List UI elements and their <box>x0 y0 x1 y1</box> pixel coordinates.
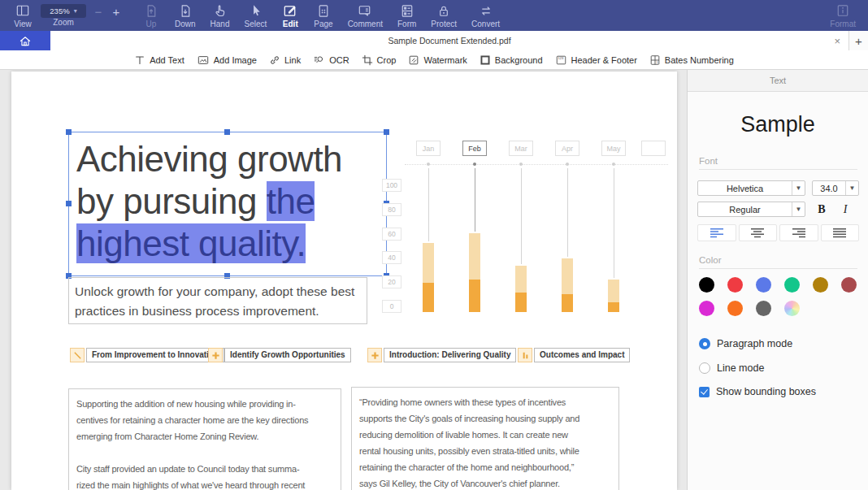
align-justify-button[interactable] <box>821 224 860 241</box>
color-swatch-gray[interactable] <box>756 301 771 316</box>
crop-button[interactable]: Crop <box>362 54 397 66</box>
chart-bar-segment <box>423 243 434 283</box>
header-footer-label: Header & Footer <box>571 55 637 65</box>
color-swatch-olive[interactable] <box>813 277 828 293</box>
zoom-level-select[interactable]: 235% ▾ <box>41 4 86 18</box>
watermark-button[interactable]: Watermark <box>408 54 467 66</box>
svg-text:1: 1 <box>656 61 658 64</box>
header-footer-icon: 123 <box>555 54 567 66</box>
bates-numbering-label: Bates Numbering <box>665 55 734 65</box>
page-up-button[interactable]: Up <box>135 2 167 29</box>
add-image-button[interactable]: Add Image <box>197 54 257 66</box>
svg-text:123: 123 <box>558 56 563 60</box>
format-label: Format <box>830 20 856 29</box>
color-swatch-rainbow[interactable] <box>784 301 800 316</box>
document-tab[interactable]: Sample Document Extended.pdf × <box>50 31 848 50</box>
radio-unselected-icon <box>699 362 710 374</box>
background-button[interactable]: Background <box>480 54 543 66</box>
badge-pen-icon <box>70 348 85 362</box>
info-box-icon <box>834 2 852 20</box>
show-bounding-boxes-checkbox[interactable]: Show bounding boxes <box>699 386 816 397</box>
convert-arrows-icon <box>477 2 495 20</box>
font-size-select[interactable]: 34.0 ▼ <box>812 180 859 196</box>
chart-dot <box>519 163 523 166</box>
page-down-button[interactable]: Down <box>167 2 203 29</box>
bates-numbering-button[interactable]: 1 Bates Numbering <box>649 54 734 66</box>
badge-bars-icon <box>518 348 532 362</box>
italic-button[interactable]: I <box>837 202 853 217</box>
badge-improvement[interactable]: From Improvement to Innovation <box>70 348 224 362</box>
chevron-down-icon: ▼ <box>792 181 805 195</box>
background-label: Background <box>495 55 543 65</box>
align-center-button[interactable] <box>739 224 778 241</box>
format-sidebar: Text Sample Font Helvetica ▼ 34.0 ▼ Regu… <box>687 70 868 490</box>
document-canvas[interactable]: Achieving growth by pursuing the highest… <box>0 70 687 490</box>
header-footer-button[interactable]: 123 Header & Footer <box>555 54 637 66</box>
view-button[interactable]: View <box>7 2 39 29</box>
badge-outcomes[interactable]: Outcomes and Impact <box>518 348 630 362</box>
font-family-select[interactable]: Helvetica ▼ <box>697 180 805 196</box>
zoom-in-button[interactable]: + <box>107 3 125 20</box>
bar-chart[interactable]: 100806040200JanFebMarAprMay <box>382 138 676 329</box>
chart-bar-segment <box>562 258 573 293</box>
font-preview-sample: Sample <box>688 112 868 137</box>
ocr-button[interactable]: OCR <box>313 54 349 66</box>
heading-text: Achieving growth by pursuing the highest… <box>69 132 386 271</box>
color-section-label: Color <box>699 255 721 265</box>
ocr-icon <box>313 54 325 66</box>
line-mode-radio[interactable]: Line mode <box>699 362 764 374</box>
subheading-text-box[interactable]: Unlock growth for your company, adopt th… <box>68 277 367 324</box>
selection-handle[interactable] <box>66 129 72 135</box>
chart-y-tick: 100 <box>382 179 401 192</box>
tab-close-button[interactable]: × <box>834 31 840 50</box>
comment-bubble-icon <box>356 2 374 20</box>
hand-tool-button[interactable]: Hand <box>203 2 237 29</box>
edit-mode-button[interactable]: Edit <box>274 2 306 29</box>
badge-label: Introduction: Delivering Quality <box>384 348 516 362</box>
color-swatch-magenta[interactable] <box>699 301 714 316</box>
font-style-select[interactable]: Regular ▼ <box>697 202 805 217</box>
page-tools-button[interactable]: Page <box>306 2 340 29</box>
chart-y-tick: 20 <box>382 275 401 288</box>
heading-text-box[interactable]: Achieving growth by pursuing the highest… <box>68 132 387 276</box>
selection-handle[interactable] <box>224 129 230 135</box>
bold-button[interactable]: B <box>814 202 830 217</box>
paragraph-right-text-box[interactable]: “Providing home owners with these types … <box>351 387 619 490</box>
selection-handle[interactable] <box>66 201 72 206</box>
selection-handle[interactable] <box>384 129 389 135</box>
view-label: View <box>14 20 32 29</box>
paragraph-left-text-box[interactable]: Supporting the addition of new housing w… <box>68 388 341 490</box>
paragraph-mode-radio[interactable]: Paragraph mode <box>699 338 792 349</box>
align-right-button[interactable] <box>779 224 818 241</box>
edit-label: Edit <box>283 20 298 29</box>
protect-button[interactable]: Protect <box>423 2 464 29</box>
chart-y-tick: 60 <box>382 228 401 241</box>
watermark-label: Watermark <box>423 55 467 65</box>
link-button[interactable]: Link <box>269 54 301 66</box>
color-swatch-red[interactable] <box>727 277 743 293</box>
zoom-out-button[interactable]: − <box>89 3 107 20</box>
color-swatch-orange[interactable] <box>727 301 743 316</box>
form-button[interactable]: Form <box>390 2 423 29</box>
add-text-button[interactable]: Add Text <box>134 54 184 66</box>
select-tool-button[interactable]: Select <box>237 2 274 29</box>
badge-opportunities[interactable]: Identify Growth Opportunities <box>208 348 351 362</box>
chart-y-tick: 80 <box>382 203 401 216</box>
color-swatch-green[interactable] <box>784 277 800 293</box>
color-swatch-maroon[interactable] <box>841 277 857 293</box>
comment-button[interactable]: Comment <box>341 2 390 29</box>
select-label: Select <box>244 20 267 29</box>
format-button[interactable]: Format <box>822 2 863 29</box>
badge-introduction[interactable]: Introduction: Delivering Quality <box>367 348 516 362</box>
convert-button[interactable]: Convert <box>464 2 507 29</box>
zoom-group: 235% ▾ Zoom <box>39 2 89 28</box>
tab-title: Sample Document Extended.pdf <box>50 36 848 46</box>
home-button[interactable] <box>0 31 50 50</box>
color-swatch-blue[interactable] <box>756 277 771 293</box>
pdf-page[interactable]: Achieving growth by pursuing the highest… <box>11 72 677 490</box>
new-tab-button[interactable]: + <box>848 31 868 50</box>
main-area: Achieving growth by pursuing the highest… <box>0 70 868 490</box>
align-left-button[interactable] <box>697 224 736 241</box>
color-swatch-black[interactable] <box>699 277 714 293</box>
align-justify-icon <box>831 228 848 238</box>
